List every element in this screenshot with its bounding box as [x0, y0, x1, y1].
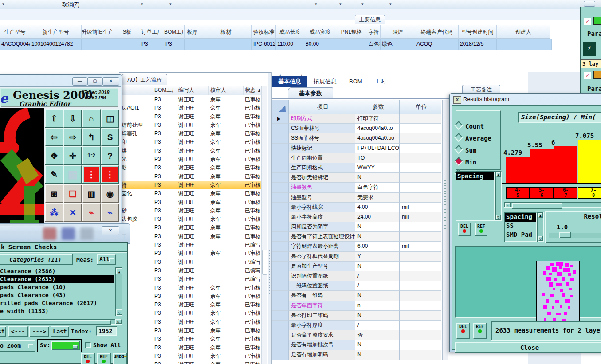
cell-value[interactable]: 白色字符 [355, 183, 400, 192]
prev-button[interactable]: <--- [8, 326, 28, 337]
menu-item-cancel[interactable]: 取消(Z) [62, 1, 79, 8]
cell-value[interactable]: N [355, 291, 400, 301]
stat-radio-option[interactable]: Count [456, 122, 484, 131]
table-row[interactable]: 烘 P3 谢正旺 佘军 已审核 [120, 147, 261, 155]
column-header-bom[interactable]: BOM工厂 [153, 86, 177, 95]
select-all-icon[interactable] [279, 106, 286, 112]
cell-value[interactable]: 无要求 [355, 193, 400, 203]
green-color-swatch[interactable] [593, 17, 601, 25]
table-row[interactable]: P3 谢正旺 已编写 [120, 266, 261, 275]
center-view-icon[interactable]: ✛ [63, 146, 82, 165]
table-row[interactable]: 最小字符高度 24.00 mil [272, 212, 441, 222]
dropdown-arrow-icon[interactable]: ▾ [141, 2, 143, 6]
list-item[interactable]: rilled pads Clearance (2617) [0, 299, 114, 307]
horizontal-scrollbar[interactable]: ◃ [504, 202, 601, 208]
vertical-scrollbar[interactable]: ▲ ▽ [495, 171, 502, 221]
row-selector[interactable] [272, 252, 289, 262]
cell-value[interactable]: Y [355, 252, 400, 262]
severity-dropdown[interactable] [51, 341, 80, 350]
cell-value[interactable]: N [355, 311, 400, 321]
orange-color-swatch[interactable] [593, 71, 601, 79]
table-row[interactable]: 固化 P3 谢正旺 佘军 已审核 [120, 189, 261, 198]
table-row[interactable]: 是否有增加明码 N [272, 350, 441, 360]
list-item[interactable]: Spacing [456, 172, 494, 180]
table-row[interactable]: 光 P3 谢正旺 佘军 已审核 [120, 155, 261, 164]
column-header[interactable]: PNL规格 [336, 25, 367, 39]
column-header[interactable]: 升级前旧生产型号 [82, 25, 114, 39]
ref-button[interactable]: REF [475, 223, 487, 236]
column-header[interactable]: 创建人 [497, 25, 550, 39]
table-row[interactable]: 油墨颜色 白色字符 [272, 183, 441, 192]
table-row[interactable]: 生产周期位置 TO [272, 153, 441, 163]
pcb-canvas[interactable] [0, 108, 44, 226]
scroll-down-icon[interactable]: ▽ [116, 309, 122, 315]
column-header-item[interactable]: 项目 [289, 100, 355, 114]
table-row[interactable]: 是否高平整度要求 否 [272, 330, 441, 340]
cell-value[interactable]: FP+UL+DATECODE [355, 144, 400, 153]
row-selector-header[interactable] [272, 100, 289, 114]
model-info-value-row[interactable]: 4ACOQ004A010010400124782P3P3IPC-6012 Ⅱ级1… [0, 39, 601, 50]
list-item[interactable]: pads Clearance (10) [0, 283, 114, 291]
table-row[interactable]: 查 P3 谢正旺 佘军 已审核 [120, 301, 261, 309]
row-selector[interactable] [272, 193, 289, 203]
row-selector[interactable] [272, 144, 289, 153]
index-input[interactable]: 1952 [96, 326, 117, 336]
cell-value[interactable]: 4.00 [355, 203, 400, 212]
row-selector[interactable] [272, 321, 289, 330]
grid-icon[interactable]: ▦ [63, 165, 82, 184]
layer-stack-red-2-icon[interactable]: ⋮ [101, 165, 119, 184]
list-item[interactable]: e width (1133) [0, 307, 114, 315]
row-selector[interactable] [272, 222, 289, 232]
ref-button[interactable]: REF [473, 323, 487, 339]
copy-select-icon[interactable]: ◙ [45, 184, 63, 203]
scroll-down-icon[interactable]: ▽ [496, 215, 501, 220]
tab-main-info[interactable]: 主要信息 [355, 15, 385, 24]
column-header[interactable]: 板材 [200, 25, 252, 39]
row-selector[interactable] [272, 153, 289, 163]
cell-value[interactable]: WWYY [355, 163, 400, 173]
move-vertex-icon[interactable]: ⌁ [82, 203, 101, 222]
copy-vertex-icon[interactable]: ⌁ [101, 203, 119, 222]
meas-dropdown[interactable]: All [97, 254, 116, 265]
splitter-dots-icon[interactable]: ▴ ·········· ▴ [279, 73, 303, 77]
cell-value[interactable]: 4acoq004a0.bo [355, 133, 400, 143]
pan-left-icon[interactable]: ⇦ [45, 128, 63, 146]
row-selector[interactable] [272, 291, 289, 301]
cell-value[interactable]: N [355, 173, 400, 183]
tab[interactable]: 拓展信息 [307, 76, 343, 87]
table-row[interactable]: 是否有二维码 N [272, 291, 441, 301]
list-item[interactable]: Clearance (2633) [0, 275, 114, 283]
ref-button[interactable]: REF [97, 353, 111, 364]
pan-right-icon[interactable]: ⇨ [63, 128, 82, 146]
list-item[interactable]: SMD Pad [505, 231, 536, 239]
dropdown-arrow-icon[interactable]: ▾ [389, 2, 392, 6]
row-selector[interactable] [272, 203, 289, 212]
table-row[interactable]: 是否加生产型号 N [272, 262, 441, 271]
table-row[interactable]: 洗 P3 谢正旺 佘军 已审核 [120, 284, 261, 292]
row-selector[interactable] [272, 163, 289, 173]
column-header[interactable]: 板厚 [185, 25, 200, 39]
table-row[interactable]: P3 谢正旺 佘军 已审核 [120, 198, 261, 207]
table-row[interactable]: P3 谢正旺 佘军 已审核 [120, 326, 261, 335]
row-selector[interactable] [272, 301, 289, 311]
table-row[interactable]: 试 P3 谢正旺 已编写 [120, 258, 261, 266]
minimize-button[interactable]: — [584, 1, 595, 7]
cell-value[interactable]: / [355, 281, 400, 291]
home-view-icon[interactable]: ⌂ [82, 109, 101, 128]
list-item[interactable]: pads Clearance (43) [0, 291, 114, 299]
table-row[interactable]: 最小字符线宽 4.00 mil [272, 203, 441, 212]
column-header[interactable]: BOM工厂 [164, 25, 185, 39]
row-selector[interactable] [272, 124, 289, 133]
column-header-writer[interactable]: 编写人 [177, 86, 209, 95]
tab[interactable]: 工时 [369, 76, 393, 87]
auto-zoom-dropdown[interactable]: o Zoom [0, 340, 35, 352]
row-selector[interactable] [272, 271, 289, 281]
cell-value[interactable]: TO [355, 153, 400, 163]
undo-button[interactable]: UNDO↶ [113, 353, 127, 364]
cell-value[interactable]: N [355, 262, 400, 271]
table-row[interactable]: 生产周期格式 WWYY [272, 163, 441, 173]
splitter-handle[interactable] [442, 100, 448, 360]
table-row[interactable]: 周期是否为阴字 N [272, 222, 441, 232]
resolution-slider[interactable] [549, 233, 601, 238]
table-row[interactable]: 是否有字符上表面处理设计 N [272, 232, 441, 242]
